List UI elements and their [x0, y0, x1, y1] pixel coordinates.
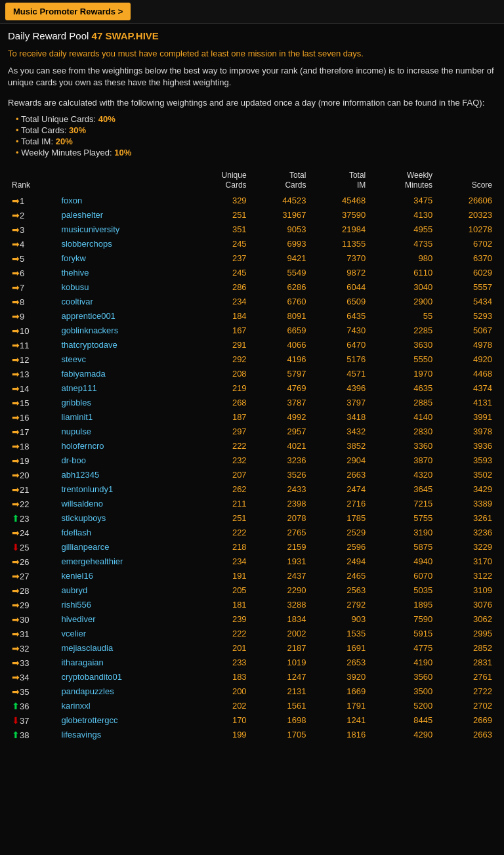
leaderboard-table: Rank UniqueCards TotalCards TotalIM Week… — [8, 168, 496, 742]
username-cell[interactable]: holoferncro — [57, 439, 188, 453]
username-cell[interactable]: dr-boo — [57, 453, 188, 468]
score-cell: 5557 — [436, 280, 496, 295]
username-cell[interactable]: abh12345 — [57, 468, 188, 482]
username-cell[interactable]: atnep111 — [57, 381, 188, 396]
username-cell[interactable]: trentonlundy1 — [57, 482, 188, 497]
total-cards-cell: 2187 — [251, 641, 310, 656]
score-cell: 3429 — [436, 482, 496, 497]
arrow-right-icon: ➡ — [12, 253, 20, 264]
username-cell[interactable]: foxon — [57, 194, 188, 208]
rank-cell: ➡1 — [8, 194, 57, 208]
total-cards-cell: 1698 — [251, 713, 310, 728]
username-cell[interactable]: itharagaian — [57, 656, 188, 670]
username-cell[interactable]: kobusu — [57, 280, 188, 295]
username-cell[interactable]: slobberchops — [57, 237, 188, 251]
score-cell: 2761 — [436, 670, 496, 684]
promo-button[interactable]: Music Promoter Rewards > — [5, 3, 131, 20]
username-cell[interactable]: emergehealthier — [57, 554, 188, 569]
username-cell[interactable]: liaminit1 — [57, 410, 188, 425]
username-cell[interactable]: cryptobandito01 — [57, 670, 188, 684]
total-cards-cell: 2159 — [251, 540, 310, 554]
weekly-minutes-cell: 4635 — [369, 381, 436, 396]
username-cell[interactable]: cooltivar — [57, 295, 188, 309]
total-im-cell: 2465 — [310, 569, 369, 583]
weighting-im-pct: 20% — [56, 136, 73, 146]
weekly-minutes-cell: 3560 — [369, 670, 436, 684]
username-cell[interactable]: nupulse — [57, 425, 188, 439]
unique-cards-cell: 245 — [188, 266, 250, 280]
weekly-minutes-cell: 1895 — [369, 598, 436, 612]
username-cell[interactable]: thatcryptodave — [57, 338, 188, 352]
unique-cards-cell: 202 — [188, 699, 250, 713]
score-cell: 3062 — [436, 612, 496, 627]
score-cell: 6029 — [436, 266, 496, 280]
weekly-minutes-cell: 6110 — [369, 266, 436, 280]
unique-cards-cell: 187 — [188, 410, 250, 425]
weekly-minutes-cell: 7590 — [369, 612, 436, 627]
username-cell[interactable]: fabiyamada — [57, 367, 188, 381]
arrow-right-icon: ➡ — [12, 600, 20, 610]
username-cell[interactable]: paleshelter — [57, 208, 188, 222]
arrow-right-icon: ➡ — [12, 455, 20, 466]
total-cards-cell: 4992 — [251, 410, 310, 425]
total-cards-cell: 2290 — [251, 583, 310, 598]
arrow-right-icon: ➡ — [12, 686, 20, 697]
username-cell[interactable]: gribbles — [57, 396, 188, 410]
username-cell[interactable]: vcelier — [57, 627, 188, 641]
weekly-minutes-cell: 4735 — [369, 237, 436, 251]
username-cell[interactable]: apprentice001 — [57, 309, 188, 323]
username-cell[interactable]: stickupboys — [57, 511, 188, 526]
score-cell: 2852 — [436, 641, 496, 656]
weightings-list: Total Unique Cards: 40% Total Cards: 30%… — [8, 114, 496, 157]
rank-cell: ➡34 — [8, 670, 57, 684]
total-im-cell: 7430 — [310, 323, 369, 338]
unique-cards-cell: 201 — [188, 641, 250, 656]
username-cell[interactable]: globetrottergcc — [57, 713, 188, 728]
username-cell[interactable]: rishi556 — [57, 598, 188, 612]
total-cards-cell: 9421 — [251, 251, 310, 266]
username-cell[interactable]: steevc — [57, 352, 188, 367]
total-cards-cell: 2131 — [251, 684, 310, 699]
username-cell[interactable]: mejiasclaudia — [57, 641, 188, 656]
username-cell[interactable]: hivediver — [57, 612, 188, 627]
username-cell[interactable]: lifesavings — [57, 728, 188, 742]
username-cell[interactable]: willsaldeno — [57, 497, 188, 511]
weighting-total-pct: 30% — [69, 125, 86, 135]
score-cell: 6370 — [436, 251, 496, 266]
username-cell[interactable]: goblinknackers — [57, 323, 188, 338]
total-cards-cell: 1931 — [251, 554, 310, 569]
unique-cards-cell: 262 — [188, 482, 250, 497]
unique-cards-cell: 239 — [188, 612, 250, 627]
rank-cell: ➡3 — [8, 222, 57, 237]
username-cell[interactable]: keniel16 — [57, 569, 188, 583]
rank-number: 26 — [20, 557, 29, 567]
table-row: ⬆23 stickupboys 251 2078 1785 5755 3261 — [8, 511, 496, 526]
username-cell[interactable]: pandapuzzles — [57, 684, 188, 699]
total-cards-cell: 2765 — [251, 526, 310, 540]
table-row: ➡9 apprentice001 184 8091 6435 55 5293 — [8, 309, 496, 323]
rank-number: 1 — [20, 196, 24, 206]
rank-cell: ➡29 — [8, 598, 57, 612]
unique-cards-cell: 183 — [188, 670, 250, 684]
total-cards-cell: 6993 — [251, 237, 310, 251]
username-cell[interactable]: fdeflash — [57, 526, 188, 540]
arrow-right-icon: ➡ — [12, 470, 20, 480]
arrow-right-icon: ➡ — [12, 282, 20, 293]
username-cell[interactable]: aubryd — [57, 583, 188, 598]
username-cell[interactable]: karinxxl — [57, 699, 188, 713]
unique-cards-cell: 234 — [188, 295, 250, 309]
username-cell[interactable]: gillianpearce — [57, 540, 188, 554]
arrow-right-icon: ➡ — [12, 528, 20, 538]
total-cards-cell: 1019 — [251, 656, 310, 670]
total-cards-cell: 2957 — [251, 425, 310, 439]
rank-number: 12 — [20, 355, 29, 365]
table-row: ➡2 paleshelter 251 31967 37590 4130 2032… — [8, 208, 496, 222]
unique-cards-cell: 351 — [188, 222, 250, 237]
username-cell[interactable]: thehive — [57, 266, 188, 280]
rank-cell: ➡19 — [8, 453, 57, 468]
score-cell: 3593 — [436, 453, 496, 468]
username-cell[interactable]: musicuniversity — [57, 222, 188, 237]
arrow-right-icon: ➡ — [12, 657, 20, 668]
total-im-cell: 1785 — [310, 511, 369, 526]
username-cell[interactable]: forykw — [57, 251, 188, 266]
